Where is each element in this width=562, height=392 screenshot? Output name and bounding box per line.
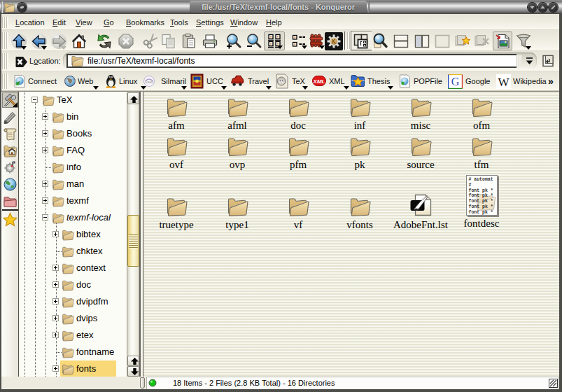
- svg-text:XML: XML: [313, 78, 325, 85]
- svg-text:G: G: [451, 76, 460, 88]
- svg-text:Gweb: Gweb: [145, 80, 153, 84]
- svg-text:W: W: [498, 76, 510, 89]
